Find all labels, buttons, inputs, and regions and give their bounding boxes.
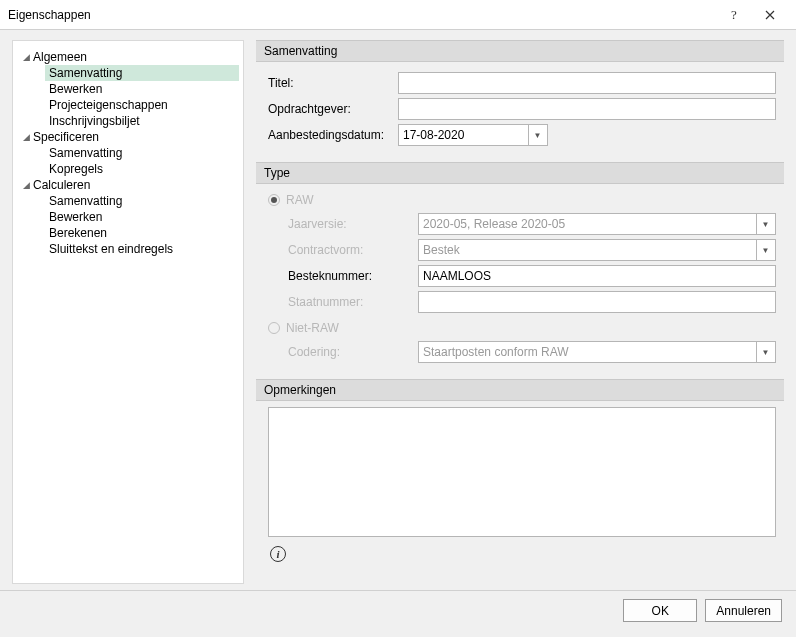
contractvorm-label: Contractvorm: (288, 243, 418, 257)
aanbestedingsdatum-picker[interactable]: 17-08-2020 ▼ (398, 124, 548, 146)
window-title: Eigenschappen (8, 8, 716, 22)
besteknummer-input[interactable] (418, 265, 776, 287)
tree-item-samenvatting-spec[interactable]: Samenvatting (45, 145, 239, 161)
opmerkingen-textarea[interactable] (268, 407, 776, 537)
chevron-down-icon: ▼ (756, 240, 774, 260)
tree-group-calculeren[interactable]: ◢ Calculeren (17, 177, 239, 193)
chevron-down-icon: ▼ (756, 214, 774, 234)
tree-item-bewerken-calc[interactable]: Bewerken (45, 209, 239, 225)
section-header-opmerkingen: Opmerkingen (256, 379, 784, 401)
tree-item-kopregels[interactable]: Kopregels (45, 161, 239, 177)
codering-value: Staartposten conform RAW (423, 345, 756, 359)
expand-icon: ◢ (19, 132, 33, 142)
tree-item-samenvatting-calc[interactable]: Samenvatting (45, 193, 239, 209)
cancel-button[interactable]: Annuleren (705, 599, 782, 622)
content-area: ◢ Algemeen Samenvatting Bewerken Project… (0, 30, 796, 590)
close-icon (765, 10, 775, 20)
tree-group-specificeren[interactable]: ◢ Specificeren (17, 129, 239, 145)
tree-item-berekenen[interactable]: Berekenen (45, 225, 239, 241)
opdrachtgever-input[interactable] (398, 98, 776, 120)
aanbestedingsdatum-label: Aanbestedingsdatum: (268, 128, 398, 142)
close-button[interactable] (752, 2, 788, 28)
info-icon[interactable]: i (270, 546, 286, 562)
section-samenvatting: Samenvatting Titel: Opdrachtgever: Aanbe… (256, 40, 784, 154)
tree-item-inschrijvingsbiljet[interactable]: Inschrijvingsbiljet (45, 113, 239, 129)
tree-group-algemeen[interactable]: ◢ Algemeen (17, 49, 239, 65)
titlebar: Eigenschappen ? (0, 0, 796, 30)
codering-label: Codering: (288, 345, 418, 359)
jaarversie-value: 2020-05, Release 2020-05 (423, 217, 756, 231)
staatnummer-input (418, 291, 776, 313)
section-header-samenvatting: Samenvatting (256, 40, 784, 62)
staatnummer-label: Staatnummer: (288, 295, 418, 309)
contractvorm-combo: Bestek ▼ (418, 239, 776, 261)
section-header-type: Type (256, 162, 784, 184)
radio-nietraw (268, 322, 280, 334)
tree-item-samenvatting[interactable]: Samenvatting (45, 65, 239, 81)
radio-raw (268, 194, 280, 206)
ok-button[interactable]: OK (623, 599, 697, 622)
radio-nietraw-label: Niet-RAW (286, 321, 339, 335)
radio-raw-label: RAW (286, 193, 314, 207)
chevron-down-icon: ▼ (756, 342, 774, 362)
expand-icon: ◢ (19, 52, 33, 62)
aanbestedingsdatum-value: 17-08-2020 (403, 128, 528, 142)
nav-tree[interactable]: ◢ Algemeen Samenvatting Bewerken Project… (12, 40, 244, 584)
expand-icon: ◢ (19, 180, 33, 190)
titel-label: Titel: (268, 76, 398, 90)
section-type: Type RAW Jaarversie: 2020-05, Release 20… (256, 162, 784, 371)
besteknummer-label: Besteknummer: (288, 269, 418, 283)
tree-group-label: Calculeren (33, 178, 90, 192)
tree-item-sluittekst[interactable]: Sluittekst en eindregels (45, 241, 239, 257)
opdrachtgever-label: Opdrachtgever: (268, 102, 398, 116)
help-button[interactable]: ? (716, 2, 752, 28)
dialog-footer: OK Annuleren (0, 590, 796, 630)
jaarversie-combo: 2020-05, Release 2020-05 ▼ (418, 213, 776, 235)
codering-combo: Staartposten conform RAW ▼ (418, 341, 776, 363)
main-panel: Samenvatting Titel: Opdrachtgever: Aanbe… (256, 40, 784, 584)
tree-item-projecteigenschappen[interactable]: Projecteigenschappen (45, 97, 239, 113)
titel-input[interactable] (398, 72, 776, 94)
tree-item-bewerken[interactable]: Bewerken (45, 81, 239, 97)
jaarversie-label: Jaarversie: (288, 217, 418, 231)
contractvorm-value: Bestek (423, 243, 756, 257)
tree-group-label: Specificeren (33, 130, 99, 144)
chevron-down-icon[interactable]: ▼ (528, 125, 546, 145)
tree-group-label: Algemeen (33, 50, 87, 64)
section-opmerkingen: Opmerkingen i (256, 379, 784, 566)
